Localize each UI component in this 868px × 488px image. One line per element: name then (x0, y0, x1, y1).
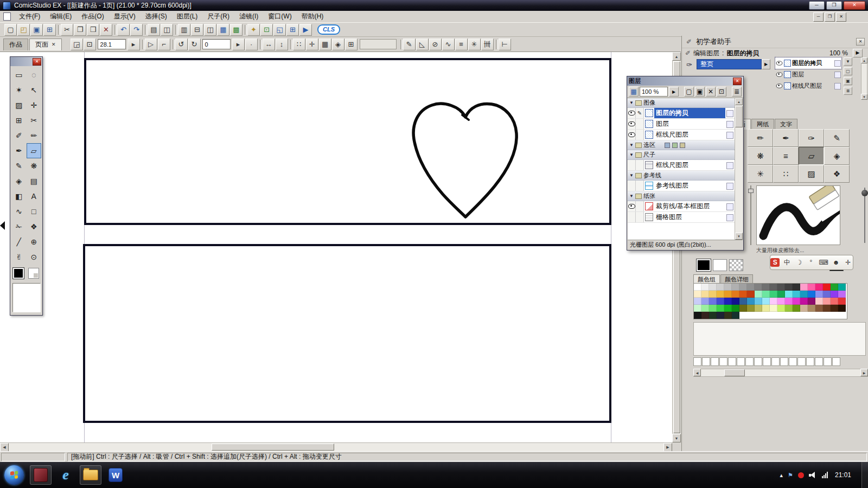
brush-tool[interactable]: ✎ (11, 158, 27, 174)
page-thumbnail[interactable] (824, 357, 832, 366)
color-swatch[interactable] (732, 284, 739, 291)
layer-row-crop[interactable]: 裁剪线/基本框图层 (628, 201, 735, 212)
visibility-cell[interactable] (628, 181, 636, 191)
color-swatch[interactable] (823, 305, 831, 312)
visibility-cell[interactable] (628, 108, 636, 118)
layers-panel-close-button[interactable]: ✕ (733, 78, 742, 85)
ime-keyboard-icon[interactable]: ⌨ (818, 258, 828, 267)
assistant-layer[interactable]: 图层 (775, 69, 841, 80)
canvas-horizontal-scrollbar[interactable]: ◀ ▶ (0, 442, 672, 451)
view-mode-dropdown-button[interactable]: ▶ (762, 59, 770, 69)
grid-select-tool[interactable]: ⊞ (11, 113, 27, 128)
tab-artwork[interactable]: 作品 (3, 38, 28, 50)
color-swatch[interactable] (747, 298, 755, 305)
layers-scrollbar[interactable]: ▲ ▼ (735, 98, 743, 240)
pattern-brush-tool[interactable]: ❖ (27, 219, 42, 234)
color-swatch[interactable] (717, 312, 724, 319)
page-thumbnail[interactable] (832, 357, 840, 366)
ruler-cutter-tool[interactable]: ✁ (11, 219, 27, 234)
color-swatch[interactable] (777, 284, 785, 291)
menu-ruler[interactable]: 尺子(R) (202, 10, 234, 23)
eye-icon[interactable] (776, 72, 783, 76)
color-swatch[interactable] (747, 305, 755, 312)
ime-tools-icon[interactable]: ✛ (844, 258, 853, 267)
color-swatch[interactable] (732, 298, 739, 305)
color-swatch[interactable] (815, 284, 823, 291)
color-swatch[interactable] (747, 284, 755, 291)
assistant-line-tool[interactable]: ≡ (773, 147, 799, 165)
move-tool[interactable]: ✛ (27, 98, 42, 113)
color-swatch[interactable] (724, 298, 732, 305)
snap-frame-icon[interactable]: ⊞ (345, 38, 358, 50)
fit-window-icon[interactable]: ◲ (71, 38, 83, 50)
assistant-hatch-tool[interactable]: ∷ (773, 165, 799, 183)
page-list-icon[interactable]: ⊟ (191, 24, 203, 36)
eyedropper-tool[interactable]: ✐ (11, 128, 27, 143)
density-slider-knob[interactable] (861, 190, 868, 196)
marquee-tool[interactable]: ▭ (11, 67, 27, 82)
layer-row-frame-ruler[interactable]: 框线尺图层 (628, 130, 735, 140)
menu-help[interactable]: 帮助(H) (297, 10, 329, 23)
selection-swatch-icon[interactable] (665, 143, 670, 148)
color-swatch[interactable] (701, 291, 709, 298)
page-thumbnail[interactable] (789, 357, 797, 366)
color-swatch[interactable] (694, 284, 701, 291)
start-button[interactable] (4, 465, 24, 485)
layer-row-layer[interactable]: 图层 (628, 119, 735, 130)
color-swatch[interactable] (701, 298, 709, 305)
fill-tool[interactable]: ◈ (11, 174, 27, 189)
edit-cell[interactable] (636, 212, 644, 222)
strip-scroll-thumb[interactable] (724, 369, 745, 376)
layer-expand-button[interactable]: ▶ (669, 87, 679, 97)
page-thumbnail[interactable] (780, 357, 788, 366)
comic-panel-frame-1[interactable] (84, 58, 611, 225)
zoom-apply-icon[interactable]: ▸ (127, 38, 140, 50)
collapse-triangle-icon[interactable]: ▼ (629, 194, 634, 198)
secondary-color-swatch[interactable] (28, 268, 39, 279)
assistant-dropdown-button[interactable]: ▼ (844, 57, 852, 66)
tool-palette-titlebar[interactable]: ✕ (10, 57, 42, 66)
page-thumbnail[interactable] (806, 357, 814, 366)
guide-grid-icon[interactable]: ⊞ (286, 24, 299, 36)
rotate-cw-icon[interactable]: ↻ (188, 38, 201, 50)
color-swatch[interactable] (732, 312, 739, 319)
taskbar-folder-button[interactable] (80, 465, 101, 485)
cls-logo[interactable]: CLS (317, 24, 340, 35)
line-tool[interactable]: ╱ (11, 234, 27, 249)
collapse-triangle-icon[interactable]: ▼ (629, 100, 634, 105)
taskbar-clock[interactable]: 21:01 (833, 471, 857, 479)
copy-icon[interactable]: ❐ (74, 24, 86, 36)
assistant-layer-frame-ruler[interactable]: 框线尺图层 (775, 80, 841, 92)
rotate-ccw-icon[interactable]: ↺ (175, 38, 188, 50)
edit-cell[interactable] (636, 119, 644, 129)
assistant-scroll-up-button[interactable]: ▲ (861, 57, 867, 63)
scroll-up-button[interactable]: ▲ (672, 52, 681, 61)
color-swatch[interactable] (793, 298, 800, 305)
color-swatch[interactable] (762, 305, 770, 312)
paste-icon[interactable]: ❒ (87, 24, 99, 36)
tone-tool[interactable]: ▤ (27, 174, 42, 189)
tray-expand-icon[interactable]: ▴ (780, 472, 783, 479)
story-editor-icon[interactable]: ▥ (178, 24, 190, 36)
mdi-close-button[interactable]: ✕ (836, 12, 846, 22)
layer-group-selection[interactable]: ▼选区 (628, 140, 735, 150)
color-swatch[interactable] (793, 284, 800, 291)
menu-filter[interactable]: 滤镜(I) (234, 10, 263, 23)
color-swatch[interactable] (732, 291, 739, 298)
color-swatch[interactable] (724, 305, 732, 312)
color-swatch[interactable] (838, 284, 846, 291)
color-swatch[interactable] (777, 298, 785, 305)
close-button[interactable]: ✕ (844, 1, 865, 10)
assistant-folder-button[interactable]: ▣ (844, 77, 852, 85)
taskbar-ie-button[interactable]: e (55, 465, 76, 485)
color-swatch[interactable] (800, 298, 808, 305)
color-swatch[interactable] (793, 305, 800, 312)
color-swatch[interactable] (701, 305, 709, 312)
menu-story[interactable]: 作品(O) (76, 10, 108, 23)
layer-menu-icon[interactable]: ≣ (732, 87, 742, 97)
color-swatch[interactable] (777, 291, 785, 298)
color-swatch[interactable] (838, 298, 846, 305)
layers-scroll-down-button[interactable]: ▼ (735, 233, 743, 240)
assistant-airbrush-tool[interactable]: ❋ (748, 147, 773, 165)
ime-halfmoon-icon[interactable]: ☽ (794, 258, 803, 267)
